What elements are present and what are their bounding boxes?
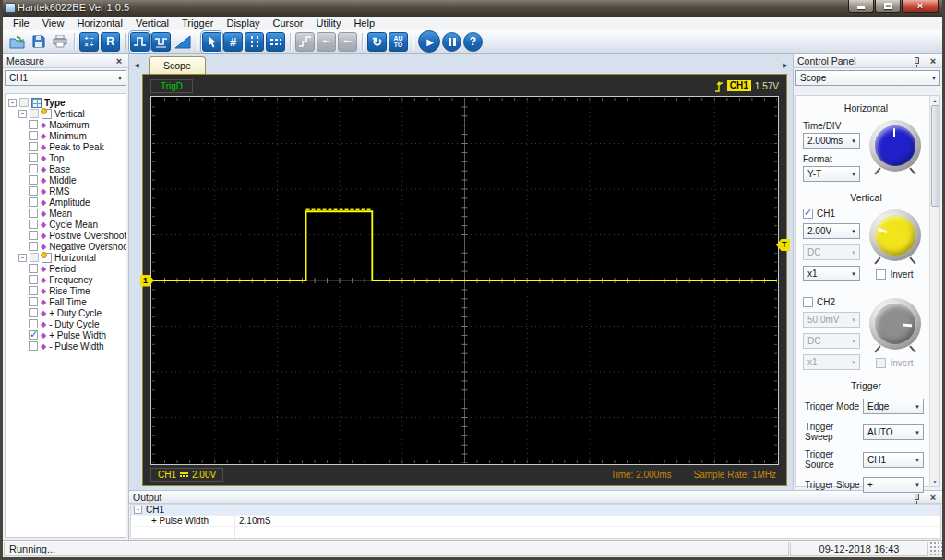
menu-file[interactable]: File	[6, 18, 36, 29]
ch1-position-knob[interactable]	[869, 209, 921, 261]
open-file-button[interactable]	[7, 32, 27, 52]
step-wave-button[interactable]	[295, 32, 315, 52]
menu-vertical[interactable]: Vertical	[129, 18, 175, 29]
ch1-enable-checkbox[interactable]	[803, 209, 813, 219]
checkbox-maximum[interactable]	[29, 120, 38, 129]
ch1-probe-select[interactable]: x1▼	[803, 266, 860, 281]
pointer-mode-button[interactable]	[202, 32, 221, 52]
ch2-enable-checkbox[interactable]	[803, 297, 813, 307]
checkbox-pulse-width[interactable]	[29, 341, 38, 351]
tree-item-middle[interactable]: ◆Middle	[6, 174, 126, 185]
close-button[interactable]: ×	[902, 0, 939, 13]
pause-button[interactable]	[442, 32, 461, 52]
tree-item-fall-time[interactable]: ◆Fall Time	[6, 296, 126, 307]
tree-item-rms[interactable]: ◆RMS	[6, 185, 126, 197]
menu-view[interactable]: View	[36, 18, 71, 29]
checkbox-amplitude[interactable]	[29, 197, 38, 207]
tree-item-minimum[interactable]: ◆Minimum	[6, 130, 126, 141]
pin-icon[interactable]	[915, 57, 919, 64]
measure-channel-select[interactable]: CH1 ▼	[5, 70, 126, 86]
math-function-button[interactable]: + −× ÷	[79, 32, 99, 52]
tree-item-top[interactable]: ◆Top	[6, 152, 126, 163]
ch1-invert-checkbox[interactable]	[876, 269, 886, 280]
reference-wave-button[interactable]: R	[101, 32, 120, 52]
help-button[interactable]: ?	[463, 32, 483, 52]
checkbox-rms[interactable]	[29, 186, 38, 196]
checkbox-duty-cycle[interactable]	[29, 319, 38, 328]
tree-item-duty-cycle[interactable]: ◆- Duty Cycle	[6, 318, 126, 329]
resize-grip[interactable]	[928, 541, 942, 557]
checkbox-vertical[interactable]	[30, 109, 39, 118]
time-div-select[interactable]: 2.000ms▼	[803, 133, 860, 149]
scrollbar-thumb[interactable]	[931, 105, 939, 207]
horizontal-position-knob[interactable]	[869, 120, 921, 172]
sine-wave-button[interactable]: ~	[317, 32, 336, 52]
tree-item-vertical[interactable]: -Vertical	[6, 108, 126, 119]
scroll-up-icon[interactable]: ▲	[933, 96, 938, 105]
waveform-plot[interactable]: 1 T	[150, 96, 779, 465]
tab-scroll-right-icon[interactable]: ▶	[781, 62, 790, 69]
menu-display[interactable]: Display	[220, 18, 266, 29]
high-pulse-display-button[interactable]	[130, 32, 150, 52]
vertical-cursor-button[interactable]	[245, 32, 264, 52]
checkbox-period[interactable]	[29, 264, 38, 273]
tree-item-type[interactable]: -Type	[6, 97, 126, 108]
menu-utility[interactable]: Utility	[310, 18, 348, 29]
output-close-icon[interactable]: ×	[927, 492, 939, 503]
tree-item-maximum[interactable]: ◆Maximum	[6, 119, 126, 130]
low-pulse-display-button[interactable]	[151, 32, 171, 52]
tree-item-cycle-mean[interactable]: ◆Cycle Mean	[6, 219, 126, 230]
checkbox-fall-time[interactable]	[29, 297, 38, 306]
ch1-volts-div-select[interactable]: 2.00V▼	[803, 223, 860, 239]
checkbox-mean[interactable]	[29, 209, 38, 218]
checkbox-base[interactable]	[29, 164, 38, 173]
tree-item-negative-overshoot[interactable]: ◆Negative Overshoot	[6, 241, 126, 252]
minimize-button[interactable]	[848, 0, 874, 13]
tree-item-horizontal[interactable]: -Horizontal	[6, 252, 126, 263]
smooth-sine-wave-button[interactable]: ~	[338, 32, 357, 52]
refresh-button[interactable]: ↻	[367, 32, 387, 52]
save-file-button[interactable]	[29, 32, 48, 52]
checkbox-positive-overshoot[interactable]	[29, 231, 38, 240]
menu-trigger[interactable]: Trigger	[175, 18, 220, 29]
trigger-slope-select[interactable]: +▼	[863, 477, 924, 493]
checkbox-negative-overshoot[interactable]	[29, 242, 38, 251]
checkbox-horizontal[interactable]	[30, 253, 39, 262]
trigger-level-marker[interactable]: T	[776, 239, 790, 251]
menu-cursor[interactable]: Cursor	[267, 18, 310, 29]
tree-item-amplitude[interactable]: ◆Amplitude	[6, 197, 126, 208]
horizontal-cursor-button[interactable]	[266, 32, 285, 52]
scroll-down-icon[interactable]: ▼	[933, 477, 938, 486]
pin-icon[interactable]	[915, 494, 919, 500]
checkbox-type[interactable]	[19, 98, 29, 107]
start-button[interactable]: ▶	[418, 30, 440, 53]
tab-scroll-left-icon[interactable]: ◀	[132, 62, 141, 69]
tree-item-pulse-width[interactable]: ◆+ Pulse Width	[6, 329, 126, 340]
checkbox-middle[interactable]	[29, 175, 38, 185]
checkbox-cycle-mean[interactable]	[29, 220, 38, 229]
tree-item-mean[interactable]: ◆Mean	[6, 208, 126, 219]
maximize-button[interactable]	[875, 0, 901, 13]
checkbox-rise-time[interactable]	[29, 286, 38, 295]
trigger-mode-select[interactable]: Edge▼	[863, 399, 924, 414]
checkbox-top[interactable]	[29, 153, 38, 162]
expander-icon[interactable]: -	[18, 110, 27, 118]
trigger-source-select[interactable]: CH1▼	[863, 452, 924, 468]
menu-help[interactable]: Help	[347, 18, 381, 29]
trigger-sweep-select[interactable]: AUTO▼	[863, 424, 924, 440]
tree-item-peak-to-peak[interactable]: ◆Peak to Peak	[6, 141, 126, 152]
grid-toggle-button[interactable]: #	[223, 32, 243, 52]
tree-item-rise-time[interactable]: ◆Rise Time	[6, 285, 126, 296]
panel-mode-select[interactable]: Scope ▼	[795, 70, 940, 86]
ramp-display-button[interactable]	[173, 32, 192, 52]
expander-icon[interactable]: -	[18, 254, 27, 262]
tree-item-duty-cycle[interactable]: ◆+ Duty Cycle	[6, 307, 126, 318]
format-select[interactable]: Y-T▼	[803, 166, 860, 182]
tree-item-frequency[interactable]: ◆Frequency	[6, 274, 126, 285]
tree-item-base[interactable]: ◆Base	[6, 163, 126, 174]
print-button[interactable]	[50, 32, 69, 52]
measure-close-icon[interactable]: ×	[114, 55, 125, 66]
menu-horizontal[interactable]: Horizontal	[70, 18, 129, 29]
control-panel-close-icon[interactable]: ×	[927, 55, 939, 66]
tree-item-positive-overshoot[interactable]: ◆Positive Overshoot	[6, 230, 126, 241]
